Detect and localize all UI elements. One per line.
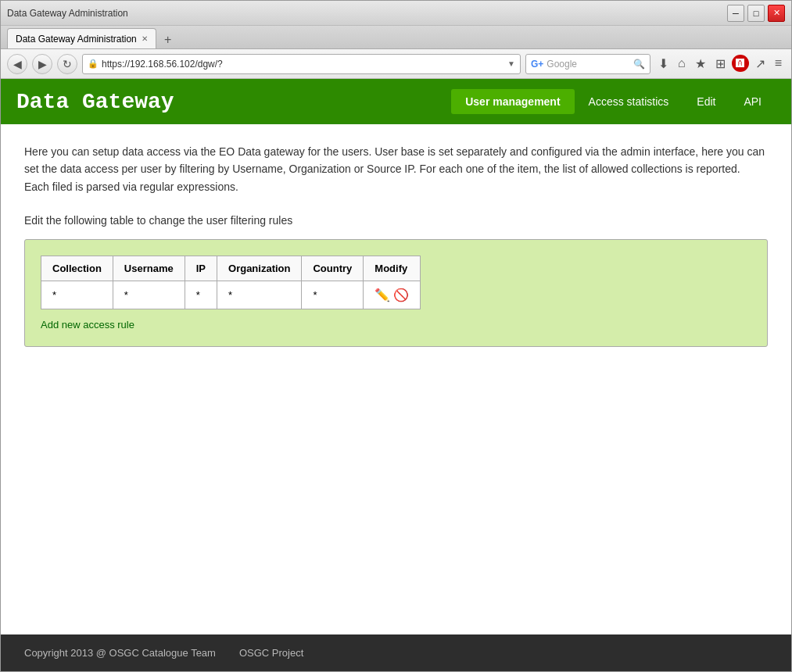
- page-content: Data Gateway User management Access stat…: [1, 79, 791, 671]
- tab-bar: Data Gateway Administration ✕ +: [1, 26, 791, 49]
- cell-modify: ✏️ 🚫: [364, 281, 421, 309]
- share-icon[interactable]: ↗: [752, 55, 769, 73]
- back-button[interactable]: ◀: [7, 54, 27, 74]
- table-body: * * * * * ✏️ 🚫: [41, 281, 421, 309]
- col-ip: IP: [185, 256, 217, 281]
- cell-ip: *: [185, 281, 217, 309]
- nav-menu: User management Access statistics Edit A…: [451, 89, 776, 114]
- table-section: Collection Username IP Organization Coun…: [24, 239, 768, 347]
- search-icon[interactable]: 🔍: [633, 59, 645, 70]
- tab-title: Data Gateway Administration: [7, 8, 727, 19]
- search-placeholder: Google: [547, 59, 577, 70]
- col-modify: Modify: [364, 256, 421, 281]
- address-dropdown-icon[interactable]: ▼: [507, 59, 515, 68]
- nav-item-edit[interactable]: Edit: [683, 89, 729, 114]
- edit-button[interactable]: ✏️: [374, 288, 390, 302]
- add-new-access-rule-link[interactable]: Add new access rule: [41, 319, 134, 331]
- bookmark-icon[interactable]: ★: [692, 55, 709, 73]
- col-collection: Collection: [41, 256, 113, 281]
- menu-icon[interactable]: ≡: [772, 55, 785, 73]
- download-icon[interactable]: ⬇: [655, 55, 672, 73]
- cell-organization: *: [217, 281, 302, 309]
- cell-country: *: [302, 281, 364, 309]
- footer-osgc-link[interactable]: OSGC Project: [239, 647, 303, 659]
- ssl-icon: 🔒: [88, 59, 99, 69]
- forward-button[interactable]: ▶: [32, 54, 52, 74]
- nav-item-access-statistics[interactable]: Access statistics: [575, 89, 683, 114]
- window-controls: ─ □ ✕: [727, 5, 785, 22]
- browser-window: Data Gateway Administration ─ □ ✕ Data G…: [0, 0, 792, 672]
- page-description: Here you can setup data access via the E…: [24, 143, 768, 195]
- table-header-row: Collection Username IP Organization Coun…: [41, 256, 421, 281]
- minimize-button[interactable]: ─: [727, 5, 744, 22]
- browser-tab[interactable]: Data Gateway Administration ✕: [7, 28, 156, 48]
- address-bar[interactable]: 🔒 https://192.168.56.102/dgw/? ▼: [82, 54, 521, 74]
- search-engine-icon: G+: [531, 59, 543, 70]
- app-title: Data Gateway: [16, 90, 451, 114]
- refresh-button[interactable]: ↻: [57, 54, 77, 74]
- search-bar[interactable]: G+ Google 🔍: [525, 54, 650, 74]
- footer: Copyright 2013 @ OSGC Catalogue Team OSG…: [1, 634, 791, 671]
- main-content: Here you can setup data access via the E…: [1, 124, 791, 634]
- tab-close-button[interactable]: ✕: [142, 34, 148, 43]
- col-organization: Organization: [217, 256, 302, 281]
- section-title: Edit the following table to change the u…: [24, 214, 768, 227]
- access-rules-table: Collection Username IP Organization Coun…: [41, 256, 421, 309]
- footer-copyright: Copyright 2013 @ OSGC Catalogue Team: [24, 647, 216, 659]
- nav-bar: ◀ ▶ ↻ 🔒 https://192.168.56.102/dgw/? ▼ G…: [1, 49, 791, 79]
- maximize-button[interactable]: □: [747, 5, 765, 22]
- url-text: https://192.168.56.102/dgw/?: [102, 59, 504, 70]
- table-header: Collection Username IP Organization Coun…: [41, 256, 421, 281]
- modify-actions: ✏️ 🚫: [374, 288, 409, 302]
- title-bar: Data Gateway Administration ─ □ ✕: [1, 1, 791, 26]
- app-header: Data Gateway User management Access stat…: [1, 79, 791, 124]
- new-tab-button[interactable]: +: [159, 31, 177, 48]
- bookmarks-icon[interactable]: ⊞: [712, 55, 729, 73]
- delete-button[interactable]: 🚫: [393, 288, 409, 302]
- cell-collection: *: [41, 281, 113, 309]
- table-row: * * * * * ✏️ 🚫: [41, 281, 421, 309]
- col-username: Username: [113, 256, 185, 281]
- nav-icons: ⬇ ⌂ ★ ⊞ 🅰 ↗ ≡: [655, 55, 785, 73]
- nav-item-user-management[interactable]: User management: [451, 89, 574, 114]
- cell-username: *: [113, 281, 185, 309]
- tab-label: Data Gateway Administration: [16, 34, 137, 45]
- close-button[interactable]: ✕: [768, 5, 785, 22]
- col-country: Country: [302, 256, 364, 281]
- adblock-icon[interactable]: 🅰: [732, 55, 749, 72]
- nav-item-api[interactable]: API: [729, 89, 776, 114]
- home-icon[interactable]: ⌂: [675, 55, 689, 73]
